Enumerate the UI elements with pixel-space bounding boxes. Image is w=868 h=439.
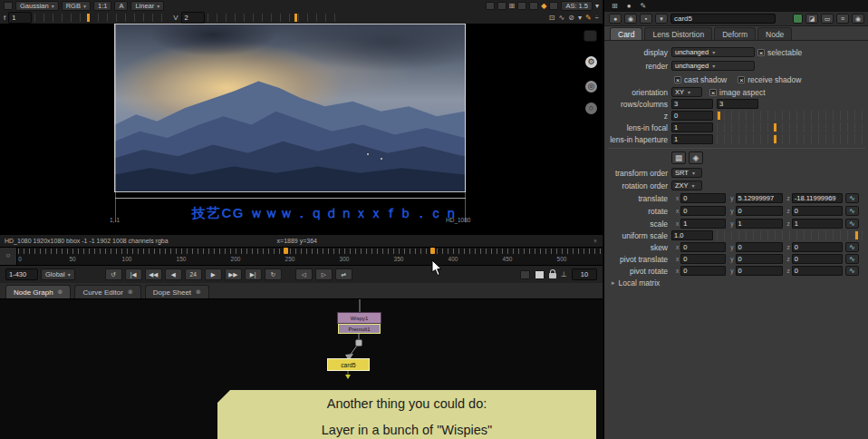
revert-icon[interactable]: ≡ [836,14,849,24]
lut-dropdown[interactable]: Linear [130,1,164,11]
proxy-icon[interactable] [549,2,558,10]
translate-curve-icon[interactable]: ∿ [845,193,859,203]
previous-keyframe-button[interactable]: ◀◀ [145,268,162,280]
expression-icon[interactable]: ▾ [655,14,668,24]
snap-menu-button[interactable]: ▦ [671,151,686,164]
lens-in-haperture-input[interactable]: 1 [671,134,713,144]
pivot-rotate-y-input[interactable]: 0 [736,266,783,276]
hide-input-icon[interactable]: ▪ [640,14,652,24]
frame-increment-input[interactable]: 10 [572,268,597,280]
play-backward-small-button[interactable]: ◁ [295,268,313,280]
anchor-icon[interactable]: ⊥ [561,270,567,279]
viewer-layout-icon[interactable] [4,2,13,10]
aspect-scale-label[interactable]: AS: 1.5 [561,1,593,11]
divide-icon[interactable]: ÷ [595,14,599,23]
transform-order-dropdown[interactable]: SRT [671,168,702,178]
skew-curve-icon[interactable]: ∿ [845,242,859,252]
pivot-rotate-curve-icon[interactable]: ∿ [845,266,859,276]
viewer-canvas[interactable]: 1,-1 HD_1080 技艺CG ｗｗｗ．ｑｄｎｘｘｆｂ．ｃｎ ⚙ ◎ ○ [0,24,603,234]
close-icon[interactable]: ⊗ [58,288,63,296]
tab-curve-editor[interactable]: Curve Editor ⊗ [74,285,140,298]
node-card[interactable]: card5 [327,358,370,371]
close-icon[interactable]: ⊗ [196,288,201,296]
frame-viewer-icon[interactable]: ⊡ [549,14,555,23]
tab-node-graph[interactable]: Node Graph ⊗ [5,285,71,298]
tab-card[interactable]: Card [610,27,642,40]
fps-display[interactable]: 24 [185,268,202,280]
help-icon[interactable]: ◉ [852,14,864,24]
gain-slider[interactable] [34,14,170,22]
gain-input[interactable]: 1 [8,12,32,24]
skew-z-input[interactable]: 0 [792,242,843,252]
disable-icon[interactable]: ⊘ [568,14,574,23]
filter-dropdown[interactable]: Gaussian [15,1,59,11]
translate-z-input[interactable]: -18.11999969 [792,193,843,203]
viewer-side-panel-icon[interactable] [583,30,597,42]
bounce-button[interactable]: ⇄ [335,268,352,280]
ab-buffer-button[interactable]: A [114,1,128,11]
annotate-pencil-icon[interactable]: ✎ [585,14,592,23]
pivot-translate-z-input[interactable]: 0 [792,254,843,264]
gamma-toggle-icon[interactable] [535,270,545,279]
render-dropdown[interactable]: unchanged [671,61,755,71]
step-forward-button[interactable]: ▶▶ [225,268,242,280]
receive-shadow-checkbox[interactable] [738,76,745,83]
columns-input[interactable]: 3 [717,99,758,109]
zoom-level-button[interactable]: 1:1 [93,1,111,11]
lock-icon[interactable] [549,273,556,278]
pivot-rotate-z-input[interactable]: 0 [792,266,843,276]
rotate-curve-icon[interactable]: ∿ [845,206,859,216]
tab-dope-sheet[interactable]: Dope Sheet ⊗ [145,285,209,298]
pencil-icon[interactable]: ✎ [641,2,647,10]
uniform-scale-input[interactable]: 1.0 [671,230,713,240]
frame-range-input[interactable]: 1-430 [5,268,38,280]
translate-y-input[interactable]: 5.12999997 [736,193,783,203]
selectable-checkbox[interactable] [757,49,765,56]
timeline-lock-icon[interactable]: ○ [0,248,17,265]
tab-lens-distortion[interactable]: Lens Distortion [644,27,712,40]
rows-input[interactable]: 3 [671,99,713,109]
orientation-dropdown[interactable]: XY [671,87,702,97]
scale-curve-icon[interactable]: ∿ [845,219,859,229]
secondary-marker[interactable] [430,248,435,254]
skew-x-input[interactable]: 0 [680,242,726,252]
axis-menu-button[interactable]: ◈ [689,151,703,164]
image-aspect-checkbox[interactable] [709,89,717,96]
display-dropdown[interactable]: unchanged [671,47,755,57]
pivot-translate-y-input[interactable]: 0 [736,254,783,264]
translate-x-input[interactable]: 0 [680,193,726,203]
safezone-icon[interactable] [529,2,538,10]
gamma-input[interactable]: 2 [181,12,205,24]
grid-icon[interactable]: ⊞ [612,2,618,10]
play-forward-small-button[interactable]: ▷ [315,268,333,280]
play-button[interactable]: ▶ [205,268,222,280]
playhead-marker[interactable] [284,248,288,254]
step-back-button[interactable]: ◀ [165,268,182,280]
tab-deform[interactable]: Deform [714,27,756,40]
channels-dropdown[interactable]: RGB [62,1,91,11]
loop-mode-button[interactable]: ↺ [105,268,122,280]
z-slider[interactable] [717,111,866,121]
mask-icon[interactable] [486,2,495,10]
node-name-input[interactable]: card5 [670,14,776,24]
lens-in-haperture-slider[interactable] [717,134,866,144]
gear-icon[interactable]: ⚙ [585,56,597,68]
tab-node[interactable]: Node [757,27,792,40]
go-to-end-button[interactable]: ↻ [265,268,282,280]
rotate-z-input[interactable]: 0 [792,206,843,216]
timeline-ruler[interactable]: ○ 0 50 100 150 200 250 300 350 400 450 5… [0,247,603,265]
next-keyframe-button[interactable]: ▶| [245,268,262,280]
collapse-arrow-icon[interactable]: ▼ [593,239,598,244]
range-mode-dropdown[interactable]: Global [41,268,75,280]
scale-y-input[interactable]: 1 [736,219,783,229]
sticky-note[interactable]: Another thing you could do: Layer in a b… [217,390,596,439]
circle-icon[interactable]: ○ [585,102,597,114]
chevron-down-icon[interactable]: ▾ [578,14,582,23]
skew-y-input[interactable]: 0 [736,242,783,252]
node-dot[interactable] [355,339,362,346]
rotation-order-dropdown[interactable]: ZXY [671,180,702,190]
node-color-icon[interactable]: ● [609,14,622,24]
pivot-rotate-x-input[interactable]: 0 [680,266,726,276]
pivot-translate-curve-icon[interactable]: ∿ [845,254,859,264]
gl-color-icon[interactable]: ◪ [805,14,818,24]
